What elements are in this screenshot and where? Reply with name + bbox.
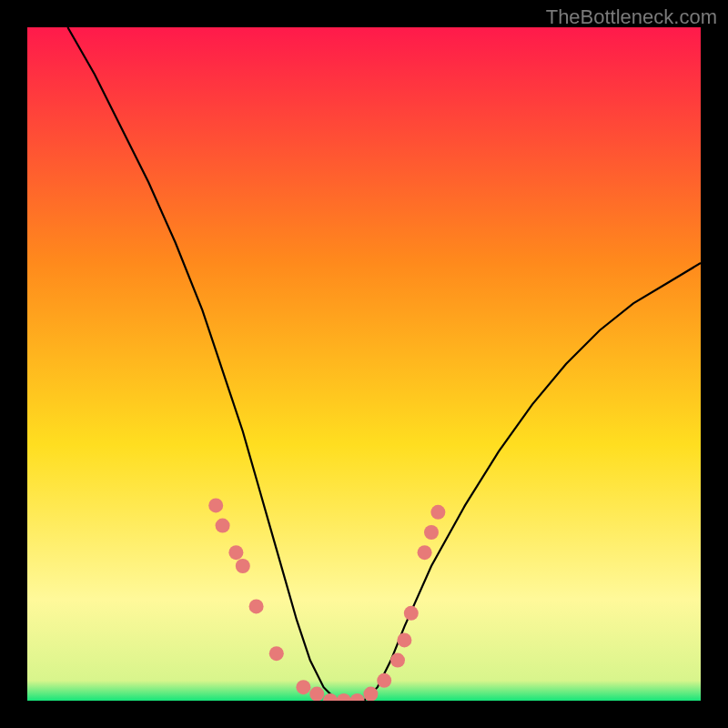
curve-dot: [228, 545, 243, 560]
curve-dot: [216, 519, 230, 533]
curve-dot: [424, 525, 439, 540]
curve-dot: [390, 653, 405, 668]
curve-dot: [249, 599, 264, 613]
watermark-label: TheBottleneck.com: [546, 5, 717, 29]
curve-dot: [269, 646, 284, 661]
curve-dot: [397, 632, 411, 647]
curve-dot: [404, 606, 419, 621]
curve-dot: [430, 505, 445, 520]
plot-area: [27, 27, 701, 701]
curve-dot: [208, 498, 223, 512]
gradient-background: [27, 27, 701, 701]
curve-dot: [236, 559, 250, 573]
curve-dot: [418, 545, 432, 560]
plot-svg: [27, 27, 701, 701]
curve-dot: [363, 687, 378, 701]
curve-dot: [296, 680, 310, 694]
curve-dot: [377, 673, 391, 688]
curve-dot: [309, 687, 324, 701]
chart-frame: TheBottleneck.com: [0, 0, 728, 728]
